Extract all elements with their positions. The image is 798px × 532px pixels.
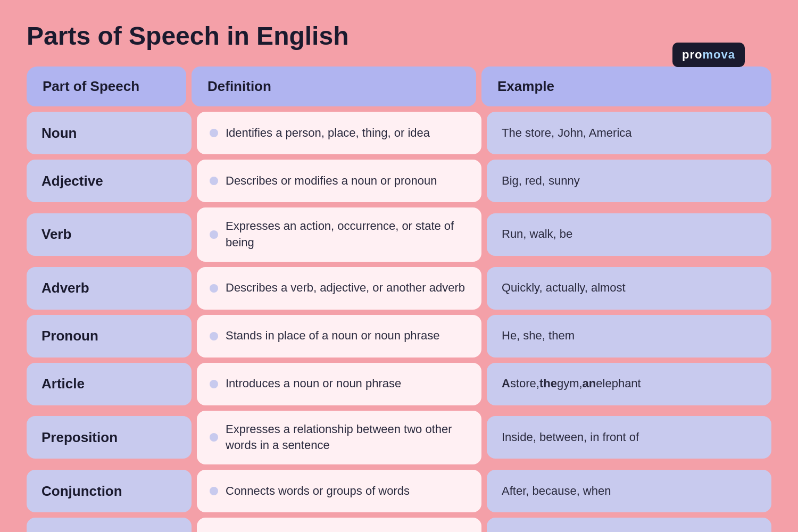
- def-conjunction: Connects words or groups of words: [197, 470, 481, 512]
- table-row: Noun Identifies a person, place, thing, …: [27, 112, 771, 154]
- table-row: Verb Expresses an action, occurrence, or…: [27, 207, 771, 262]
- logo-part1: pro: [682, 48, 702, 61]
- table-row: Adjective Describes or modifies a noun o…: [27, 160, 771, 202]
- table-row: Interjection Expresses emotion or surpri…: [27, 518, 771, 532]
- def-pronoun: Stands in place of a noun or noun phrase: [197, 315, 481, 358]
- header-col1: Part of Speech: [27, 66, 186, 106]
- bullet-icon: [210, 129, 218, 137]
- promova-logo: promova: [672, 43, 745, 67]
- pos-pronoun: Pronoun: [27, 315, 192, 358]
- def-preposition: Expresses a relationship between two oth…: [197, 411, 481, 465]
- example-adjective: Big, red, sunny: [487, 160, 771, 202]
- example-adverb: Quickly, actually, almost: [487, 267, 771, 310]
- table-row: Conjunction Connects words or groups of …: [27, 470, 771, 512]
- table-row: Article Introduces a noun or noun phrase…: [27, 363, 771, 405]
- pos-preposition: Preposition: [27, 416, 192, 459]
- pos-adverb: Adverb: [27, 267, 192, 310]
- example-preposition: Inside, between, in front of: [487, 416, 771, 459]
- bullet-icon: [210, 332, 218, 340]
- pos-adjective: Adjective: [27, 160, 192, 202]
- header-col2: Definition: [192, 66, 476, 106]
- bullet-icon: [210, 230, 218, 239]
- bullet-icon: [210, 380, 218, 388]
- table-row: Adverb Describes a verb, adjective, or a…: [27, 267, 771, 310]
- def-adjective: Describes or modifies a noun or pronoun: [197, 160, 481, 202]
- pos-conjunction: Conjunction: [27, 470, 192, 512]
- example-noun: The store, John, America: [487, 112, 771, 154]
- pos-article: Article: [27, 363, 192, 405]
- example-pronoun: He, she, them: [487, 315, 771, 358]
- table-row: Preposition Expresses a relationship bet…: [27, 411, 771, 465]
- def-adverb: Describes a verb, adjective, or another …: [197, 267, 481, 310]
- bullet-icon: [210, 487, 218, 495]
- example-verb: Run, walk, be: [487, 213, 771, 256]
- header-col3: Example: [481, 66, 771, 106]
- example-article: A store, the gym, an elephant: [487, 363, 771, 405]
- def-interjection: Expresses emotion or surprise: [197, 518, 481, 532]
- pos-verb: Verb: [27, 213, 192, 256]
- def-noun: Identifies a person, place, thing, or id…: [197, 112, 481, 154]
- page-title: Parts of Speech in English: [27, 21, 771, 51]
- def-article: Introduces a noun or noun phrase: [197, 363, 481, 405]
- pos-noun: Noun: [27, 112, 192, 154]
- example-interjection: Wow! Huh! Oh!: [487, 518, 771, 532]
- table-header-row: Part of Speech Definition Example: [27, 66, 771, 106]
- bullet-icon: [210, 177, 218, 185]
- example-conjunction: After, because, when: [487, 470, 771, 512]
- bullet-icon: [210, 433, 218, 442]
- table-row: Pronoun Stands in place of a noun or nou…: [27, 315, 771, 358]
- parts-of-speech-table: Part of Speech Definition Example Noun I…: [27, 66, 771, 532]
- logo-part2: mova: [703, 48, 735, 61]
- bullet-icon: [210, 284, 218, 293]
- pos-interjection: Interjection: [27, 518, 192, 532]
- def-verb: Expresses an action, occurrence, or stat…: [197, 207, 481, 262]
